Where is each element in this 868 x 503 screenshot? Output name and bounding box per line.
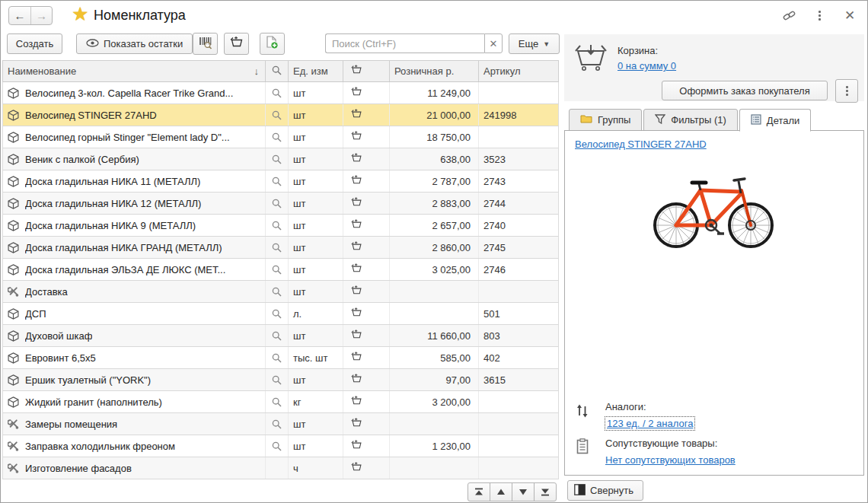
create-button[interactable]: Создать — [7, 33, 62, 54]
column-header-search[interactable] — [266, 61, 289, 81]
row-add-to-cart-icon[interactable] — [351, 307, 362, 320]
go-prev-button[interactable] — [490, 482, 512, 501]
more-menu-icon[interactable] — [812, 8, 826, 22]
title-bar: ← → ★ Номенклатура ✕ — [1, 1, 867, 30]
row-add-to-cart-icon[interactable] — [351, 462, 362, 475]
go-last-button[interactable] — [534, 482, 557, 501]
column-header-price[interactable]: Розничная р. — [390, 61, 479, 81]
search-clear-icon[interactable]: ✕ — [484, 33, 503, 53]
column-header-unit[interactable]: Ед. изм — [289, 61, 343, 81]
search-input[interactable] — [325, 33, 484, 53]
barcode-search-button[interactable] — [193, 33, 218, 55]
table-row[interactable]: Доска гладильная НИКА 11 (МЕТАЛЛ) шт 2 7… — [2, 170, 559, 193]
table-row[interactable]: Ершик туалетный ("YORK") шт 97,00 3615 — [2, 369, 559, 391]
related-link[interactable]: Нет сопутствующих товаров — [605, 454, 736, 466]
row-search-icon[interactable] — [272, 199, 282, 209]
table-row[interactable]: ДСП л. 501 — [2, 303, 559, 325]
table-row[interactable]: Велосипед горный Stinger "Element lady D… — [2, 126, 559, 148]
row-add-to-cart-icon[interactable] — [351, 87, 362, 100]
table-row[interactable]: Велосипед STINGER 27AHD шт 21 000,00 241… — [2, 104, 559, 126]
row-search-icon[interactable] — [272, 375, 282, 385]
row-add-to-cart-icon[interactable] — [351, 396, 362, 409]
go-next-button[interactable] — [512, 482, 535, 501]
favorite-star-icon[interactable]: ★ — [72, 3, 88, 25]
row-add-to-cart-icon[interactable] — [351, 285, 362, 298]
row-add-to-cart-icon[interactable] — [351, 374, 362, 387]
cart-summary-block: Корзина: 0 на сумму 0 Оформить заказ пок… — [564, 34, 864, 101]
package-icon — [8, 308, 20, 320]
table-row[interactable]: Доставка шт — [2, 281, 559, 303]
service-icon — [8, 441, 20, 452]
table-row[interactable]: Доска гладильная ЭЛЬЗА ДЕ ЛЮКС (МЕТ... ш… — [2, 259, 559, 281]
table-row[interactable]: Велосипед 3-кол. Capella Racer Trike Gra… — [2, 82, 559, 104]
row-search-icon[interactable] — [272, 265, 282, 275]
table-row[interactable]: Духовой шкаф шт 11 660,00 803 — [2, 325, 559, 347]
collapse-panel-button[interactable]: Свернуть — [567, 480, 643, 501]
analogs-link[interactable]: 123 ед. / 2 аналога — [605, 417, 694, 430]
row-search-icon[interactable] — [272, 309, 282, 319]
table-row[interactable]: Жидкий гранит (наполнитель) кг 3 200,00 — [2, 391, 559, 413]
table-row[interactable]: Заправка холодильник фреоном шт 1 230,00 — [2, 435, 559, 457]
column-header-name[interactable]: Наименование ↓ — [3, 61, 266, 81]
row-search-icon[interactable] — [272, 441, 282, 451]
row-add-to-cart-icon[interactable] — [351, 153, 362, 166]
row-add-to-cart-icon[interactable] — [351, 219, 362, 232]
row-search-icon[interactable] — [272, 132, 282, 142]
row-search-icon[interactable] — [272, 177, 282, 186]
place-order-button[interactable]: Оформить заказ покупателя — [662, 81, 828, 100]
row-add-to-cart-icon[interactable] — [351, 352, 362, 365]
row-add-to-cart-icon[interactable] — [351, 263, 362, 276]
table-row[interactable]: Доска гладильная НИКА 12 (МЕТАЛЛ) шт 2 8… — [2, 193, 559, 215]
row-search-icon[interactable] — [272, 110, 282, 120]
analogs-label: Аналоги: — [605, 401, 646, 412]
row-add-to-cart-icon[interactable] — [351, 418, 362, 431]
row-search-icon[interactable] — [272, 287, 282, 297]
row-search-icon[interactable] — [272, 221, 282, 231]
column-header-cart[interactable] — [343, 61, 390, 81]
row-search-icon[interactable] — [272, 353, 282, 363]
tab-details[interactable]: Детали — [739, 109, 812, 132]
more-button[interactable]: Еще ▼ — [509, 33, 560, 54]
table-row[interactable]: Замеры помещения шт — [2, 413, 559, 435]
row-search-icon[interactable] — [272, 88, 282, 98]
table-row[interactable]: Доска гладильная НИКА ГРАНД (МЕТАЛЛ) шт … — [2, 237, 559, 259]
close-icon[interactable]: ✕ — [843, 8, 857, 22]
table-row[interactable]: Веник с палкой (Сербия) шт 638,00 3523 — [2, 148, 559, 170]
create-document-button[interactable] — [260, 33, 285, 55]
forward-button[interactable]: → — [30, 7, 52, 24]
row-add-to-cart-icon[interactable] — [351, 175, 362, 188]
back-button[interactable]: ← — [9, 7, 30, 24]
tab-filters[interactable]: Фильтры (1) — [643, 109, 738, 131]
row-search-icon[interactable] — [272, 397, 282, 407]
package-icon — [8, 154, 20, 165]
row-search-icon[interactable] — [272, 243, 282, 253]
page-title: Номенклатура — [94, 8, 186, 24]
table-row[interactable]: Евровинт 6,5х5 тыс. шт 585,00 402 — [2, 347, 559, 369]
show-stock-button[interactable]: Показать остатки — [76, 33, 193, 54]
cart-more-button[interactable] — [835, 79, 858, 103]
details-panel: Велосипед STINGER 27AHD — [564, 130, 864, 476]
row-add-to-cart-icon[interactable] — [351, 131, 362, 144]
copy-link-icon[interactable] — [782, 8, 796, 22]
go-first-button[interactable] — [468, 482, 490, 501]
row-search-icon[interactable] — [272, 331, 282, 341]
filter-funnel-icon — [655, 114, 665, 126]
table-row[interactable]: Доска гладильная НИКА 9 (МЕТАЛЛ) шт 2 65… — [2, 215, 559, 237]
row-add-to-cart-icon[interactable] — [351, 197, 362, 210]
new-document-icon — [266, 36, 279, 52]
tab-groups[interactable]: Группы — [569, 109, 642, 131]
row-add-to-cart-icon[interactable] — [351, 329, 362, 342]
row-add-to-cart-icon[interactable] — [351, 440, 362, 453]
forward-arrow-icon: → — [36, 9, 47, 22]
row-search-icon[interactable] — [272, 154, 282, 164]
add-to-cart-button[interactable] — [224, 33, 249, 55]
column-header-article[interactable]: Артикул — [479, 61, 558, 81]
row-search-icon[interactable] — [272, 419, 282, 429]
package-icon — [8, 330, 20, 342]
table-row[interactable]: Изготовление фасадов ч — [2, 457, 559, 479]
product-link[interactable]: Велосипед STINGER 27AHD — [575, 138, 707, 150]
package-icon — [8, 198, 20, 209]
row-add-to-cart-icon[interactable] — [351, 241, 362, 254]
row-add-to-cart-icon[interactable] — [351, 109, 362, 122]
cart-summary-link[interactable]: 0 на сумму 0 — [617, 60, 676, 72]
